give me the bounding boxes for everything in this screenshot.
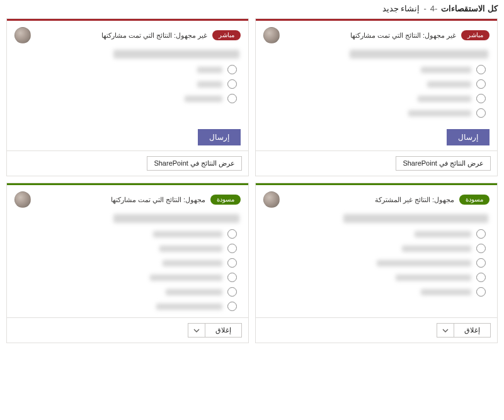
badge-row: مسودةمجهول: النتائج غير المشتركة <box>375 195 490 205</box>
poll-option[interactable] <box>265 287 486 297</box>
radio-icon[interactable] <box>476 65 486 74</box>
page-header: كل الاستقصاءات -4 - إنشاء جديد <box>0 0 504 16</box>
close-menu-chevron[interactable] <box>437 324 454 337</box>
status-badge: مباشر <box>461 30 490 40</box>
close-menu-chevron[interactable] <box>188 324 205 337</box>
author-avatar[interactable] <box>263 27 280 43</box>
poll-card: مسودةمجهول: النتائج غير المشتركةإغلاق <box>255 183 498 343</box>
radio-icon[interactable] <box>476 244 486 253</box>
radio-icon[interactable] <box>476 94 486 103</box>
radio-icon[interactable] <box>227 94 237 103</box>
radio-icon[interactable] <box>227 65 237 74</box>
poll-options <box>265 65 488 118</box>
poll-option-label <box>421 67 471 73</box>
chevron-down-icon <box>193 327 200 334</box>
radio-icon[interactable] <box>227 273 237 282</box>
poll-option-label <box>427 81 471 88</box>
poll-question-title <box>113 50 239 59</box>
radio-icon[interactable] <box>476 273 486 282</box>
poll-option-label <box>415 231 471 237</box>
poll-option[interactable] <box>16 94 237 103</box>
polls-grid: مباشرغير مجهول: النتائج التي تمت مشاركته… <box>0 16 504 349</box>
poll-option[interactable] <box>265 94 486 103</box>
split-divider <box>454 324 454 337</box>
view-results-button[interactable]: عرض النتائج في SharePoint <box>396 156 491 171</box>
card-actions: إرسال <box>7 124 248 150</box>
poll-option[interactable] <box>16 229 237 239</box>
close-split-button: إغلاق <box>188 323 242 338</box>
send-button[interactable]: إرسال <box>198 129 241 145</box>
radio-icon[interactable] <box>476 108 486 118</box>
poll-option[interactable] <box>16 244 237 253</box>
poll-options <box>16 229 239 311</box>
card-footer: إغلاق <box>256 317 497 343</box>
poll-option[interactable] <box>265 65 486 74</box>
poll-option-label <box>402 246 471 252</box>
poll-option[interactable] <box>265 244 486 253</box>
radio-icon[interactable] <box>227 79 237 89</box>
poll-question-title <box>343 214 488 223</box>
card-header: مسودةمجهول: النتائج غير المشتركة <box>256 185 497 212</box>
card-actions: إرسال <box>256 124 497 150</box>
author-avatar[interactable] <box>14 191 31 208</box>
radio-icon[interactable] <box>227 302 237 311</box>
poll-option-label <box>159 246 222 252</box>
radio-icon[interactable] <box>476 258 486 268</box>
poll-option-label <box>185 96 222 102</box>
poll-options <box>16 65 239 103</box>
card-footer: إغلاق <box>7 317 248 343</box>
anonymity-status: غير مجهول: النتائج التي تمت مشاركتها <box>101 31 207 40</box>
send-button[interactable]: إرسال <box>447 129 490 145</box>
poll-option[interactable] <box>265 79 486 89</box>
poll-card: مباشرغير مجهول: النتائج التي تمت مشاركته… <box>6 18 249 176</box>
anonymity-status: غير مجهول: النتائج التي تمت مشاركتها <box>350 31 456 40</box>
poll-option[interactable] <box>16 79 237 89</box>
status-badge: مباشر <box>212 30 241 40</box>
poll-option[interactable] <box>16 287 237 297</box>
create-new-link[interactable]: إنشاء جديد <box>382 4 420 13</box>
poll-option[interactable] <box>16 65 237 74</box>
chevron-down-icon <box>442 327 449 334</box>
poll-option-label <box>418 96 471 102</box>
card-body <box>7 212 248 317</box>
close-button[interactable]: إغلاق <box>454 324 490 337</box>
poll-option[interactable] <box>265 273 486 282</box>
poll-option-label <box>156 304 222 310</box>
radio-icon[interactable] <box>476 79 486 89</box>
radio-icon[interactable] <box>227 229 237 239</box>
poll-question-title <box>350 50 488 59</box>
card-header: مسودةمجهول: النتائج التي تمت مشاركتها <box>7 185 248 212</box>
poll-option-label <box>377 260 471 266</box>
author-avatar[interactable] <box>14 27 31 43</box>
poll-option-label <box>197 81 222 88</box>
poll-option[interactable] <box>16 302 237 311</box>
poll-option-label <box>408 110 471 116</box>
card-body <box>256 212 497 317</box>
poll-card: مسودةمجهول: النتائج التي تمت مشاركتهاإغل… <box>6 183 249 343</box>
split-divider <box>205 324 205 337</box>
anonymity-status: مجهول: النتائج غير المشتركة <box>375 196 454 204</box>
poll-option[interactable] <box>265 108 486 118</box>
radio-icon[interactable] <box>227 258 237 268</box>
poll-option[interactable] <box>16 258 237 268</box>
card-body <box>7 47 248 124</box>
poll-option-label <box>396 275 471 281</box>
status-badge: مسودة <box>459 195 490 205</box>
poll-option-label <box>166 289 222 295</box>
radio-icon[interactable] <box>476 229 486 239</box>
header-separator: - <box>423 4 426 13</box>
poll-option[interactable] <box>265 258 486 268</box>
radio-icon[interactable] <box>476 287 486 297</box>
view-results-button[interactable]: عرض النتائج في SharePoint <box>147 156 242 171</box>
poll-option-label <box>197 67 222 73</box>
author-avatar[interactable] <box>263 191 280 208</box>
poll-options <box>265 229 488 297</box>
radio-icon[interactable] <box>227 287 237 297</box>
poll-option[interactable] <box>265 229 486 239</box>
radio-icon[interactable] <box>227 244 237 253</box>
close-button[interactable]: إغلاق <box>205 324 241 337</box>
poll-option[interactable] <box>16 273 237 282</box>
poll-option-label <box>421 289 471 295</box>
card-header: مباشرغير مجهول: النتائج التي تمت مشاركته… <box>256 21 497 47</box>
poll-option-label <box>150 275 222 281</box>
